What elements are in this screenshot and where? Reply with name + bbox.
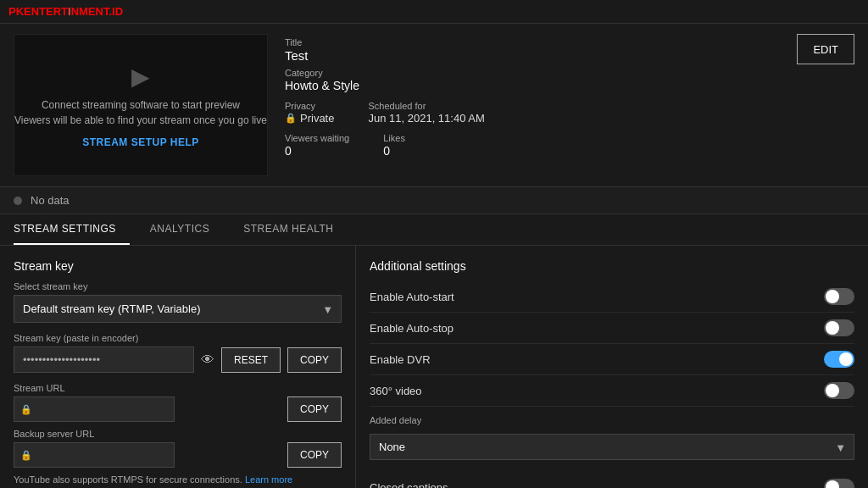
reset-button[interactable]: RESET — [221, 347, 281, 373]
auto-stop-row: Enable Auto-stop — [370, 313, 854, 344]
copy-url-button[interactable]: COPY — [287, 396, 342, 422]
no-data-text: No data — [31, 194, 70, 207]
scheduled-value: Jun 11, 2021, 11:40 AM — [368, 112, 484, 125]
copy-key-button[interactable]: COPY — [287, 347, 342, 373]
privacy-label: Privacy — [285, 101, 334, 111]
360-video-knob — [826, 384, 839, 397]
no-data-bar: No data — [0, 187, 868, 214]
stream-key-select[interactable]: Default stream key (RTMP, Variable) — [14, 295, 342, 323]
dvr-toggle[interactable] — [824, 351, 854, 368]
auto-start-row: Enable Auto-start — [370, 281, 854, 313]
stream-setup-help-link[interactable]: STREAM SETUP HELP — [82, 136, 199, 148]
scheduled-label: Scheduled for — [368, 101, 484, 111]
tab-stream-health[interactable]: STREAM HEALTH — [243, 214, 347, 245]
stream-key-title: Stream key — [14, 259, 342, 273]
closed-captions-knob — [826, 480, 839, 488]
backup-url-row: 🔒 rtmp://y.rtmp.youtube.com/live2?backup… — [14, 442, 342, 468]
delay-label: Added delay — [370, 415, 854, 425]
learn-more-link[interactable]: Learn more — [245, 474, 292, 485]
stream-key-input-label: Stream key (paste in encoder) — [14, 333, 342, 343]
backup-url-label: Backup server URL — [14, 429, 342, 439]
stream-url-label: Stream URL — [14, 383, 342, 393]
content-area: Stream key Select stream key Default str… — [0, 246, 868, 488]
delay-select[interactable]: None — [370, 434, 854, 460]
viewers-value: 0 — [285, 144, 349, 158]
backup-lock-icon: 🔒 — [20, 450, 32, 461]
closed-captions-row: Closed captions — [370, 472, 854, 488]
likes-value: 0 — [383, 144, 405, 158]
status-dot — [14, 197, 22, 205]
dvr-label: Enable DVR — [370, 353, 431, 366]
stream-meta: Title Test Category Howto & Style Privac… — [285, 34, 780, 158]
eye-icon[interactable]: 👁 — [201, 352, 214, 368]
category-label: Category — [285, 68, 780, 78]
dvr-knob — [839, 352, 853, 366]
right-panel: Additional settings Enable Auto-start En… — [356, 246, 868, 488]
tabs-bar: STREAM SETTINGS ANALYTICS STREAM HEALTH — [0, 214, 868, 246]
360-video-label: 360° video — [370, 385, 422, 397]
delay-select-wrapper: None ▼ — [370, 434, 854, 460]
url-lock-icon: 🔒 — [20, 404, 32, 415]
backup-url-wrapper: 🔒 rtmp://y.rtmp.youtube.com/live2?backup… — [14, 442, 281, 468]
privacy-value: 🔒 Private — [285, 112, 334, 125]
select-stream-key-label: Select stream key — [14, 281, 342, 291]
site-logo: PKENTERTINMENT.ID — [8, 5, 123, 18]
url-wrapper: 🔒 rtmp://x.rtmp.youtube.com/live2 — [14, 396, 281, 422]
360-video-toggle[interactable] — [824, 382, 854, 399]
top-bar: PKENTERTINMENT.ID — [0, 0, 868, 24]
closed-captions-toggle[interactable] — [824, 479, 854, 488]
stream-title: Test — [285, 48, 780, 63]
auto-stop-label: Enable Auto-stop — [370, 322, 453, 335]
auto-start-toggle[interactable] — [824, 288, 854, 305]
stream-url-input[interactable]: rtmp://x.rtmp.youtube.com/live2 — [14, 396, 175, 422]
closed-captions-label: Closed captions — [370, 481, 448, 489]
copy-backup-button[interactable]: COPY — [287, 442, 342, 468]
additional-settings-title: Additional settings — [370, 259, 854, 273]
stream-category: Howto & Style — [285, 79, 780, 92]
auto-stop-knob — [826, 321, 839, 335]
viewers-label: Viewers waiting — [285, 133, 349, 143]
backup-url-input[interactable]: rtmp://y.rtmp.youtube.com/live2?backup=1 — [14, 442, 175, 468]
auto-start-label: Enable Auto-start — [370, 291, 454, 303]
rtmps-note: YouTube also supports RTMPS for secure c… — [14, 474, 342, 485]
stream-info-row: ▶ Connect streaming software to start pr… — [0, 24, 868, 187]
connect-text-line2: Viewers will be able to find your stream… — [14, 113, 267, 128]
tab-analytics[interactable]: ANALYTICS — [150, 214, 223, 245]
360-video-row: 360° video — [370, 375, 854, 407]
edit-button[interactable]: EDIT — [797, 34, 854, 64]
lock-icon: 🔒 — [285, 113, 297, 124]
auto-stop-toggle[interactable] — [824, 319, 854, 336]
title-label: Title — [285, 37, 780, 47]
stream-key-input[interactable] — [14, 347, 194, 373]
left-panel: Stream key Select stream key Default str… — [0, 246, 356, 488]
stream-key-field-row: 👁 RESET COPY — [14, 347, 342, 373]
likes-label: Likes — [383, 133, 405, 143]
dvr-row: Enable DVR — [370, 344, 854, 375]
preview-box: ▶ Connect streaming software to start pr… — [14, 34, 268, 176]
stream-url-row: 🔒 rtmp://x.rtmp.youtube.com/live2 COPY — [14, 396, 342, 422]
auto-start-knob — [826, 290, 839, 303]
connect-text-line1: Connect streaming software to start prev… — [42, 97, 240, 113]
stream-key-select-wrapper: Default stream key (RTMP, Variable) ▼ — [14, 295, 342, 323]
preview-icon: ▶ — [131, 63, 150, 91]
tab-stream-settings[interactable]: STREAM SETTINGS — [14, 214, 130, 245]
